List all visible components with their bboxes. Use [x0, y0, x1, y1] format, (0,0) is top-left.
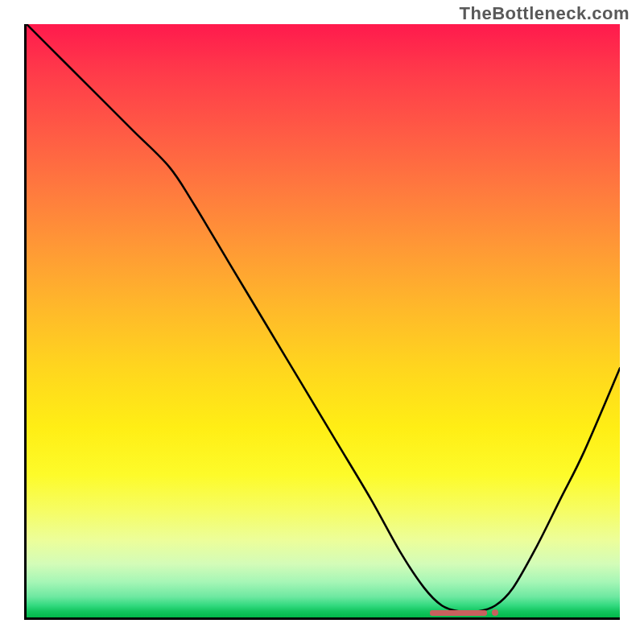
plot-area [27, 24, 620, 617]
optimal-range-marker [430, 610, 487, 616]
bottleneck-curve [27, 24, 620, 613]
curve-svg [27, 24, 620, 617]
watermark-text: TheBottleneck.com [460, 3, 630, 24]
